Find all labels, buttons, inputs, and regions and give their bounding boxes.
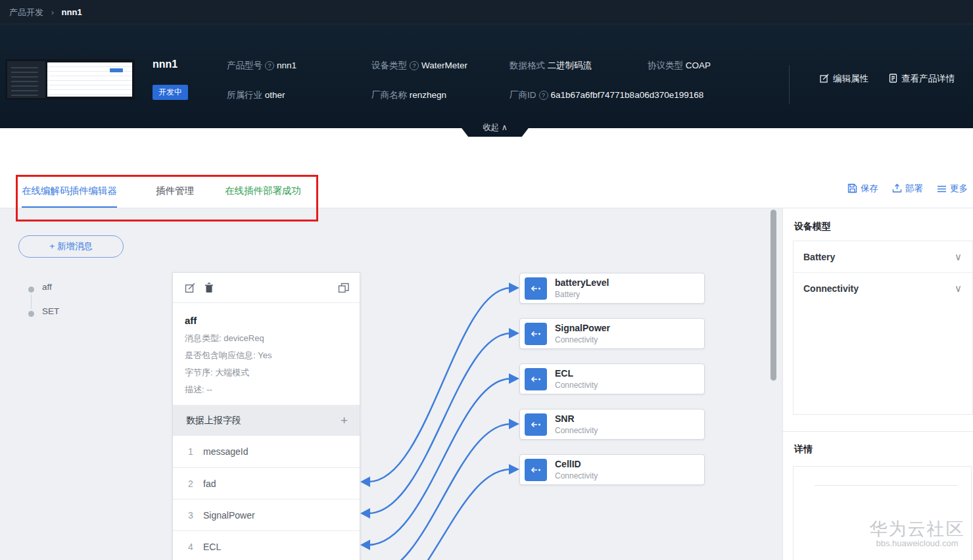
service-item-battery[interactable]: Battery ∨ (794, 241, 972, 273)
service-item-connectivity[interactable]: Connectivity ∨ (794, 273, 972, 304)
property-card-cellid[interactable]: CellID Connectivity (519, 454, 705, 485)
document-icon (889, 74, 897, 83)
field-protocol-type: 协议类型 COAP (648, 60, 711, 72)
sidebar-divider (783, 431, 973, 432)
chevron-down-icon: ∨ (955, 273, 962, 304)
field-row-ecl[interactable]: 4ECL (173, 530, 360, 560)
field-product-model: 产品型号?nnn1 (227, 60, 297, 72)
thumbnail-sidebar (7, 61, 45, 98)
info-icon[interactable]: ? (539, 91, 548, 100)
detail-placeholder-line (815, 485, 958, 486)
report-fields-section-header: 数据上报字段 + (173, 405, 360, 436)
message-prop-response: 是否包含响应信息: Yes (185, 350, 360, 362)
chevron-down-icon: ∨ (955, 241, 962, 273)
message-prop-endian: 字节序: 大端模式 (185, 367, 360, 379)
more-icon (937, 185, 947, 193)
message-dot (28, 287, 34, 292)
breadcrumb-section[interactable]: 产品开发 (9, 7, 43, 17)
save-icon (847, 183, 857, 193)
property-card-signalpower[interactable]: SignalPower Connectivity (519, 318, 705, 349)
field-vendor-id: 厂商ID?6a1b67a6fbf74771b8a06d370e199168 (510, 89, 703, 101)
deploy-button[interactable]: 部署 (892, 183, 923, 195)
save-button[interactable]: 保存 (847, 183, 878, 195)
edit-message-icon[interactable] (185, 283, 195, 296)
message-card-header (173, 273, 360, 303)
tab-plugin-management[interactable]: 插件管理 (156, 176, 194, 208)
thumbnail-table (47, 62, 132, 97)
caret-up-icon: ∧ (502, 123, 508, 132)
service-accordion: Battery ∨ Connectivity ∨ (793, 241, 973, 415)
field-industry: 所属行业 other (227, 89, 285, 101)
message-timeline (31, 294, 32, 309)
watermark-url: bbs.huaweicloud.com (869, 538, 965, 548)
breadcrumb-separator-icon: › (51, 7, 54, 17)
add-message-button[interactable]: + 新增消息 (18, 235, 124, 258)
header-divider (789, 65, 790, 105)
detail-title: 详情 (794, 444, 813, 455)
field-vendor-name: 厂商名称 renzhegn (371, 89, 446, 101)
tab-online-codec-editor[interactable]: 在线编解码插件编辑器 (22, 176, 117, 208)
app-root: 产品开发 › nnn1 nnn1 开发中 产品型号?nnn1 设备类型?Wate… (0, 0, 973, 560)
message-prop-desc: 描述: -- (185, 384, 360, 396)
edit-icon (820, 74, 829, 83)
breadcrumb: 产品开发 › nnn1 (0, 0, 973, 24)
property-map-icon (525, 459, 547, 481)
product-name: nnn1 (153, 58, 178, 70)
watermark-text: 华为云社区 (869, 517, 965, 541)
more-button[interactable]: 更多 (937, 183, 968, 195)
field-data-format: 数据格式 二进制码流 (510, 60, 592, 72)
property-map-icon (525, 323, 547, 345)
device-model-panel: 设备模型 Battery ∨ Connectivity ∨ 详情 (782, 208, 973, 560)
mapping-curves (360, 208, 519, 560)
message-prop-type: 消息类型: deviceReq (185, 333, 360, 344)
product-header: nnn1 开发中 产品型号?nnn1 设备类型?WaterMeter 数据格式 … (0, 24, 973, 128)
tab-deploy-success-status: 在线插件部署成功 (225, 176, 301, 208)
field-row-signalpower[interactable]: 3SignalPower (173, 499, 360, 530)
property-card-ecl[interactable]: ECL Connectivity (519, 363, 705, 394)
add-field-icon[interactable]: + (341, 405, 348, 436)
codec-canvas: + 新增消息 aff SET aff 消息类型: deviceReq 是否包含响… (0, 208, 782, 560)
edit-properties-button[interactable]: 编辑属性 (820, 73, 868, 85)
message-list-item-set[interactable]: SET (42, 306, 59, 316)
deploy-icon (892, 183, 902, 193)
field-row-fad[interactable]: 2fad (173, 467, 360, 499)
breadcrumb-current: nnn1 (62, 7, 82, 17)
message-card: aff 消息类型: deviceReq 是否包含响应信息: Yes 字节序: 大… (172, 272, 360, 560)
message-dot (28, 311, 34, 317)
expand-card-icon[interactable] (338, 283, 349, 296)
property-card-snr[interactable]: SNR Connectivity (519, 409, 705, 440)
field-row-messageid[interactable]: 1messageId (173, 436, 360, 467)
delete-message-icon[interactable] (204, 283, 214, 296)
editor-toolbar: 在线编解码插件编辑器 插件管理 在线插件部署成功 保存 部署 更多 (0, 176, 973, 208)
device-model-title: 设备模型 (794, 221, 831, 233)
message-title: aff (185, 315, 360, 326)
message-list-item-aff[interactable]: aff (42, 282, 52, 292)
plus-icon: + (49, 241, 55, 251)
canvas-scrollbar[interactable] (771, 210, 776, 381)
product-thumbnail[interactable] (5, 59, 135, 100)
info-icon[interactable]: ? (265, 61, 274, 70)
property-map-icon (525, 413, 547, 436)
field-device-type: 设备类型?WaterMeter (371, 60, 467, 72)
thumbnail-button (110, 68, 123, 72)
property-map-icon (525, 277, 547, 300)
status-badge: 开发中 (153, 85, 188, 100)
info-icon[interactable]: ? (410, 61, 419, 70)
view-product-detail-button[interactable]: 查看产品详情 (889, 73, 955, 85)
collapse-toggle[interactable]: 收起 ∧ (456, 120, 534, 137)
property-map-icon (525, 368, 547, 390)
property-card-batterylevel[interactable]: batteryLevel Battery (519, 273, 705, 304)
